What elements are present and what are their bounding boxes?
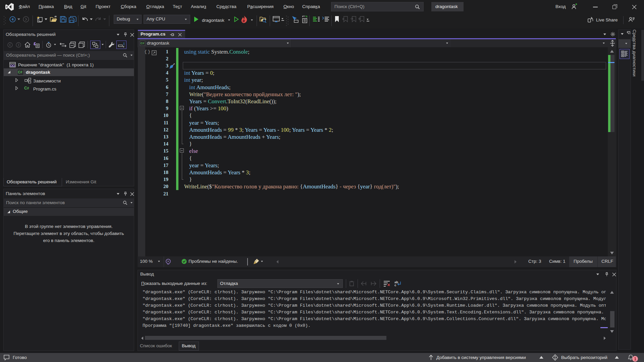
svg-text:c: c	[394, 283, 396, 287]
